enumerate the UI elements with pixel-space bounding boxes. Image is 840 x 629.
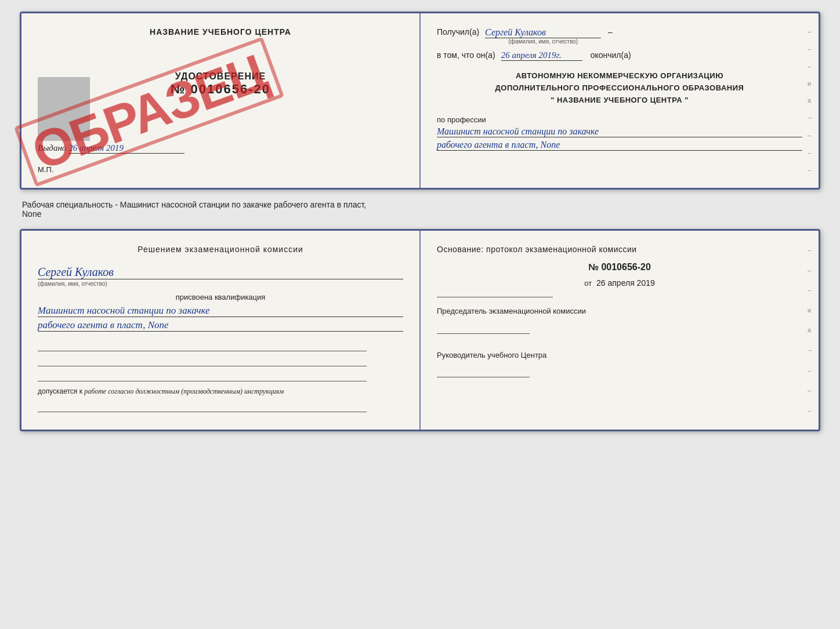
margin-arrow: ← [808, 114, 814, 121]
decision-title: Решением экзаменационной комиссии [38, 245, 403, 254]
photo-placeholder [38, 77, 90, 141]
profession-line1: Машинист насосной станции по закачке [437, 126, 802, 137]
in-that-label: в том, что он(а) [437, 50, 495, 60]
received-row: Получил(а) Сергей Кулаков (фамилия, имя,… [437, 27, 802, 45]
from-label: от [584, 279, 592, 288]
margin-dash-5: – [808, 149, 814, 156]
from-date: 26 апреля 2019 [596, 278, 655, 288]
bottom-name-sublabel: (фамилия, имя, отчество) [38, 281, 403, 287]
org-line2: ДОПОЛНИТЕЛЬНОГО ПРОФЕССИОНАЛЬНОГО ОБРАЗО… [437, 82, 802, 94]
received-name: Сергей Кулаков [485, 27, 601, 38]
mp-label: М.П. [38, 165, 403, 174]
допускается-label: допускается к [38, 387, 82, 395]
name-sublabel-top: (фамилия, имя, отчество) [485, 38, 601, 45]
top-left-panel: НАЗВАНИЕ УЧЕБНОГО ЦЕНТРА ОБРАЗЕЦ УДОСТОВ… [21, 13, 421, 188]
separator-text-block: Рабочая специальность - Машинист насосно… [20, 195, 820, 223]
b-margin-dash-4: – [808, 367, 814, 374]
top-document-book: НАЗВАНИЕ УЧЕБНОГО ЦЕНТРА ОБРАЗЕЦ УДОСТОВ… [20, 12, 820, 190]
dash-1: – [608, 27, 613, 37]
margin-dash-4: – [808, 132, 814, 139]
right-margin-lines: – – – и а ← – – – [808, 13, 814, 188]
protocol-date: от 26 апреля 2019 [437, 278, 802, 288]
top-right-panel: Получил(а) Сергей Кулаков (фамилия, имя,… [421, 13, 819, 188]
separator-line1: Рабочая специальность - Машинист насосно… [22, 200, 366, 209]
cert-label: УДОСТОВЕРЕНИЕ [38, 71, 403, 82]
bottom-document-book: Решением экзаменационной комиссии Сергей… [20, 229, 820, 431]
finished-label: окончил(а) [591, 50, 631, 60]
received-label: Получил(а) [437, 27, 479, 37]
cert-title: НАЗВАНИЕ УЧЕБНОГО ЦЕНТРА [38, 27, 403, 37]
chairman-block: Председатель экзаменационной комиссии [437, 306, 802, 338]
chairman-sig-line [437, 322, 530, 334]
bottom-left-panel: Решением экзаменационной комиссии Сергей… [21, 231, 421, 430]
protocol-date-underline [437, 297, 553, 297]
separator-line2: None [22, 209, 41, 219]
bottom-right-margin-lines: – – – и а ← – – – [808, 231, 814, 430]
bottom-right-panel: Основание: протокол экзаменационной коми… [421, 231, 819, 430]
director-block: Руководитель учебного Центра [437, 350, 802, 382]
допускается-value: работе согласно должностным (производств… [84, 387, 284, 395]
b-margin-arrow: ← [808, 347, 814, 354]
margin-i: и [808, 80, 814, 87]
b-margin-i: и [808, 307, 814, 314]
b-margin-a: а [808, 326, 814, 333]
margin-dash-6: – [808, 166, 814, 173]
margin-dash-3: – [808, 63, 814, 70]
org-line1: АВТОНОМНУЮ НЕКОММЕРЧЕСКУЮ ОРГАНИЗАЦИЮ [437, 70, 802, 82]
director-sig-line [437, 366, 530, 377]
cert-number-block: УДОСТОВЕРЕНИЕ № 0010656-20 [38, 71, 403, 97]
org-block: АВТОНОМНУЮ НЕКОММЕРЧЕСКУЮ ОРГАНИЗАЦИЮ ДО… [437, 70, 802, 106]
sig-line-1 [38, 340, 367, 351]
org-line3: " НАЗВАНИЕ УЧЕБНОГО ЦЕНТРА " [437, 94, 802, 107]
issued-label: Выдано [38, 143, 66, 152]
sig-line-3 [38, 370, 367, 381]
date-value: 26 апреля 2019г. [501, 50, 582, 61]
bottom-lines-left [38, 340, 403, 381]
in-that-row: в том, что он(а) 26 апреля 2019г. окончи… [437, 50, 802, 61]
margin-dash-1: – [808, 28, 814, 35]
chairman-label: Председатель экзаменационной комиссии [437, 306, 802, 318]
director-label: Руководитель учебного Центра [437, 350, 802, 362]
qualification-line1: Машинист насосной станции по закачке [38, 305, 403, 317]
qualification-assigned: присвоена квалификация [38, 293, 403, 301]
cert-number: № 0010656-20 [38, 82, 403, 97]
sig-line-bottom [38, 401, 367, 412]
b-margin-dash-5: – [808, 387, 814, 394]
допускается-block: допускается к работе согласно должностны… [38, 387, 403, 396]
margin-a: а [808, 97, 814, 104]
b-margin-dash-1: – [808, 246, 814, 253]
b-margin-dash-3: – [808, 286, 814, 293]
issued-date: 26 апреля 2019 [68, 143, 184, 154]
protocol-number: № 0010656-20 [437, 262, 802, 272]
qualification-line2: рабочего агента в пласт, None [38, 319, 403, 332]
margin-dash-2: – [808, 45, 814, 52]
b-margin-dash-2: – [808, 267, 814, 274]
sig-line-2 [38, 355, 367, 366]
basis-title: Основание: протокол экзаменационной коми… [437, 245, 802, 254]
profession-label: по профессии [437, 115, 802, 124]
b-margin-dash-6: – [808, 407, 814, 414]
profession-line2: рабочего агента в пласт, None [437, 140, 802, 151]
person-name: Сергей Кулаков [38, 266, 403, 279]
cert-issued: Выдано 26 апреля 2019 [38, 143, 403, 154]
